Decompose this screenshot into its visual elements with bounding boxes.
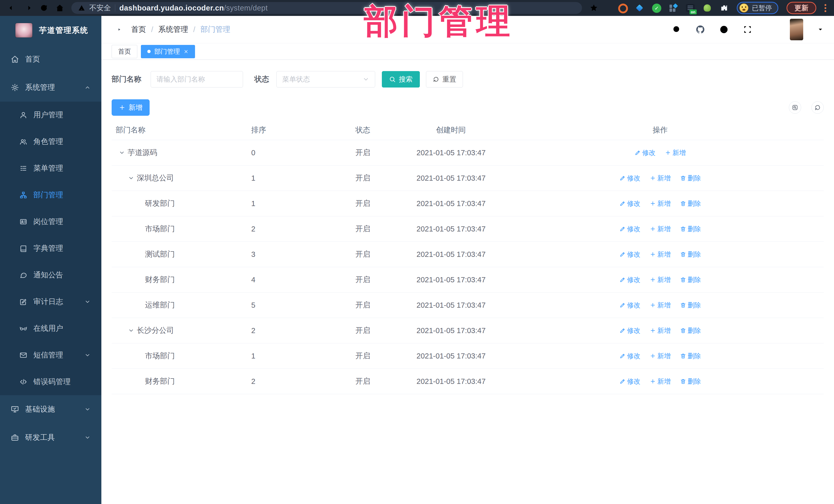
delete-link[interactable]: 删除: [680, 326, 701, 335]
edit-link[interactable]: 修改: [619, 352, 640, 360]
browser-forward-icon[interactable]: [24, 4, 32, 12]
sidebar-item-系统管理[interactable]: 系统管理: [0, 73, 101, 102]
breadcrumb-item[interactable]: 系统管理: [158, 24, 188, 35]
add-link[interactable]: 新增: [665, 148, 686, 157]
sidebar-item-菜单管理[interactable]: 菜单管理: [0, 155, 101, 182]
sidebar-item-审计日志[interactable]: 审计日志: [0, 288, 101, 315]
edit-link[interactable]: 修改: [619, 174, 640, 183]
sidebar-item-短信管理[interactable]: 短信管理: [0, 342, 101, 369]
expand-caret-icon[interactable]: [119, 150, 125, 156]
action-label: 修改: [642, 148, 656, 157]
breadcrumb-item[interactable]: 首页: [131, 24, 146, 35]
home-icon: [11, 55, 19, 63]
delete-link[interactable]: 删除: [680, 301, 701, 310]
search-button[interactable]: 搜索: [382, 71, 420, 88]
extension-green-check-icon[interactable]: ✓: [652, 4, 661, 12]
sidebar-item-基础设施[interactable]: 基础设施: [0, 395, 101, 423]
edit-link[interactable]: 修改: [619, 250, 640, 259]
extension-robot-icon[interactable]: [703, 4, 711, 12]
add-link[interactable]: 新增: [650, 301, 671, 310]
add-link[interactable]: 新增: [650, 250, 671, 259]
tab-部门管理[interactable]: 部门管理: [141, 45, 195, 58]
header-search-icon[interactable]: [672, 25, 682, 35]
add-link[interactable]: 新增: [650, 199, 671, 208]
sidebar-item-用户管理[interactable]: 用户管理: [0, 102, 101, 128]
sidebar-item-错误码管理[interactable]: 错误码管理: [0, 369, 101, 395]
delete-link[interactable]: 删除: [680, 377, 701, 386]
sidebar-item-通知公告[interactable]: 通知公告: [0, 262, 101, 288]
tab-close-icon[interactable]: [183, 49, 189, 54]
delete-link[interactable]: 删除: [680, 224, 701, 234]
delete-link[interactable]: 删除: [680, 174, 701, 183]
trash-icon: [680, 200, 686, 206]
sidebar-item-角色管理[interactable]: 角色管理: [0, 128, 101, 155]
edit-link[interactable]: 修改: [619, 326, 640, 335]
caret-down-icon: [84, 406, 91, 412]
sidebar-item-在线用户[interactable]: 在线用户: [0, 315, 101, 342]
dept-name-cell: 研发部门: [112, 198, 245, 209]
add-link[interactable]: 新增: [650, 224, 671, 234]
toggle-search-button[interactable]: [789, 101, 801, 114]
edit-link[interactable]: 修改: [619, 301, 640, 310]
add-link[interactable]: 新增: [650, 352, 671, 360]
avatar-caret-down-icon[interactable]: [817, 26, 824, 33]
add-link[interactable]: 新增: [650, 174, 671, 183]
extension-orange-ring-icon[interactable]: [618, 4, 627, 12]
extension-onoff-icon[interactable]: on: [686, 4, 695, 12]
app-logo-row[interactable]: 芋道管理系统: [0, 18, 101, 43]
edit-link[interactable]: 修改: [619, 377, 640, 386]
sidebar-item-岗位管理[interactable]: 岗位管理: [0, 209, 101, 235]
address-bar[interactable]: 不安全 dashboard.yudao.iocoder.cn/system/de…: [71, 2, 582, 14]
bookmark-star-icon[interactable]: [589, 3, 598, 13]
refresh-table-button[interactable]: [811, 101, 824, 114]
sidebar-menu: 首页系统管理用户管理角色管理菜单管理部门管理岗位管理字典管理通知公告审计日志在线…: [0, 45, 101, 452]
reset-button[interactable]: 重置: [426, 71, 463, 88]
created-cell: 2021-01-05 17:03:47: [414, 377, 497, 386]
trash-icon: [680, 277, 686, 283]
dept-name: 芋道源码: [128, 148, 157, 158]
font-size-icon[interactable]: [766, 25, 776, 35]
delete-link[interactable]: 删除: [680, 352, 701, 360]
status-select[interactable]: 菜单状态: [277, 71, 375, 88]
tab-首页[interactable]: 首页: [112, 45, 137, 58]
edit-link[interactable]: 修改: [619, 224, 640, 234]
browser-profile-chip[interactable]: 已暂停: [737, 2, 778, 14]
breadcrumb: 首页/系统管理/部门管理: [131, 24, 230, 35]
app-header: 首页/系统管理/部门管理: [101, 16, 834, 43]
help-icon[interactable]: [719, 25, 729, 35]
browser-reload-icon[interactable]: [40, 4, 48, 12]
sidebar-item-首页[interactable]: 首页: [0, 45, 101, 73]
table-body: 芋道源码0开启2021-01-05 17:03:47修改新增深圳总公司1开启20…: [112, 140, 824, 394]
fullscreen-icon[interactable]: [743, 25, 752, 35]
sidebar-item-部门管理[interactable]: 部门管理: [0, 182, 101, 209]
add-link[interactable]: 新增: [650, 326, 671, 335]
sidebar-item-研发工具[interactable]: 研发工具: [0, 423, 101, 452]
sidebar-collapse-icon[interactable]: [112, 24, 122, 35]
delete-link[interactable]: 删除: [680, 199, 701, 208]
edit-link[interactable]: 修改: [619, 275, 640, 284]
add-button[interactable]: 新增: [112, 99, 150, 116]
sidebar-item-label: 部门管理: [34, 190, 63, 200]
browser-back-icon[interactable]: [8, 4, 17, 12]
dept-name-input[interactable]: [151, 71, 243, 88]
created-cell: 2021-01-05 17:03:47: [414, 199, 497, 208]
edit-link[interactable]: 修改: [619, 199, 640, 208]
browser-home-icon[interactable]: [56, 4, 64, 12]
browser-menu-icon[interactable]: [825, 4, 826, 12]
edit-link[interactable]: 修改: [635, 148, 656, 157]
add-link[interactable]: 新增: [650, 377, 671, 386]
expand-caret-icon[interactable]: [128, 175, 134, 181]
sidebar-item-字典管理[interactable]: 字典管理: [0, 235, 101, 262]
user-avatar[interactable]: [790, 19, 803, 40]
github-icon[interactable]: [696, 25, 705, 35]
action-label: 删除: [688, 224, 701, 234]
add-link[interactable]: 新增: [650, 275, 671, 284]
delete-link[interactable]: 删除: [680, 275, 701, 284]
expand-caret-icon[interactable]: [128, 327, 134, 334]
extensions-puzzle-icon[interactable]: [720, 4, 728, 12]
extension-grid-icon[interactable]: [669, 4, 678, 12]
dept-name-cell: 测试部门: [112, 249, 245, 259]
delete-link[interactable]: 删除: [680, 250, 701, 259]
browser-update-button[interactable]: 更新: [787, 2, 816, 14]
extension-blue-drop-icon[interactable]: [635, 4, 644, 12]
